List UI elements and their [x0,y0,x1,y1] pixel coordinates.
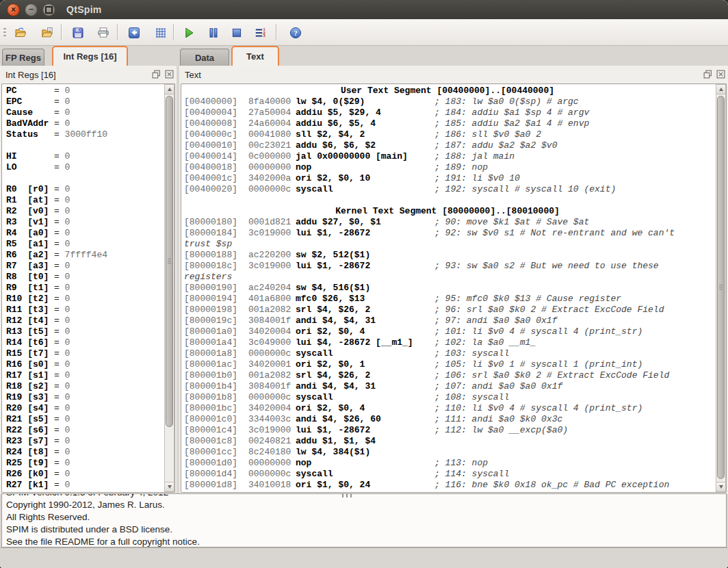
register-row: R20 [s4]= 0 [2,403,174,414]
pause-icon [207,26,220,40]
register-row: R4 [a0]= 0 [2,228,174,239]
segment-header: User Text Segment [00400000]..[00440000] [181,86,726,96]
text-scrollbar[interactable] [716,84,726,492]
close-window-button[interactable]: × [7,3,20,16]
scroll-up-arrow[interactable] [716,85,725,94]
int-regs-panel-title: Int Regs [16] [5,70,56,80]
clear-registers-button[interactable] [125,23,144,42]
scroll-down-arrow[interactable] [165,482,174,491]
register-row: R2 [v0]= 0 [2,206,174,217]
console-line: All Rights Reserved. [6,511,722,524]
stop-button[interactable] [227,23,246,42]
register-row: R27 [k1]= 0 [2,480,174,491]
scroll-up-arrow[interactable] [165,85,174,94]
float-panel-icon[interactable] [152,70,161,79]
register-row: R6 [a2]= 7ffff4e4 [2,250,174,261]
code-row: [800001cc]8c240180lw $4, 384($1) [181,447,726,458]
register-row: R9 [t1]= 0 [2,283,174,294]
register-row: EPC = 0 [2,96,174,107]
numbered-list-icon: 123 [254,26,268,40]
stop-icon [230,26,244,40]
code-row: [00400008]24a60004addiu $6, $5, 4; 185: … [181,118,726,129]
print-button[interactable] [94,23,113,42]
code-row: [80000184]3c019000lui $1, -28672; 92: sw… [181,228,726,239]
code-row: [00400014]0c000000jal 0x00000000 [main];… [181,151,726,162]
code-row: [800001c8]00240821addu $1, $1, $4 [181,436,726,447]
grid-icon [154,26,168,40]
register-row: R5 [a1]= 0 [2,239,174,250]
register-row: R15 [t7]= 0 [2,348,174,359]
help-icon: ? [289,26,302,40]
text-panel-title: Text [185,70,201,80]
console-line: SPIM is distributed under a BSD license. [6,524,722,536]
scrollbar-thumb[interactable] [717,96,725,479]
close-panel-icon[interactable] [165,70,174,79]
code-row: [800001d8]34010018ori $1, $0, 24; 116: b… [181,480,726,491]
code-row: [00400020]0000000csyscall; 192: syscall … [181,184,726,195]
back-arrow-icon [127,26,141,40]
register-row: R11 [t3]= 0 [2,305,174,315]
folder-file-icon [40,26,54,40]
code-row: [80000198]001a2082srl $4, $26, 2; 96: sr… [181,305,726,315]
code-row: [00400010]00c23021addu $6, $6, $2; 187: … [181,140,726,151]
floppy-save-icon [71,26,85,40]
register-row: R21 [s5]= 0 [2,414,174,425]
code-row: [80000194]401a6800mfc0 $26, $13; 95: mfc… [181,294,726,305]
tab-label: Data [195,53,214,63]
tab-label: FP Regs [5,53,41,63]
reinitialize-and-load-button[interactable] [38,23,57,42]
toolbar-separator [117,24,118,40]
message-console: SPIM Version 9.1.5 of February 4, 2012Co… [1,493,727,547]
register-row: R24 [t8]= 0 [2,447,174,458]
register-row: R13 [t5]= 0 [2,326,174,337]
code-blank-line [181,195,726,206]
open-file-button[interactable] [11,23,30,42]
reinitialize-simulator-button[interactable] [151,23,170,42]
printer-icon [96,26,110,40]
single-step-button[interactable]: 123 [251,23,270,42]
register-row: R17 [s1]= 0 [2,370,174,381]
close-panel-icon[interactable] [716,70,725,79]
tab-label: Int Regs [16] [63,51,116,62]
register-row: R19 [s3]= 0 [2,392,174,403]
code-continuation-line: trust $sp [181,239,726,250]
text-panel-titlebar: Text [179,66,728,83]
segment-header: Kernel Text Segment [80000000]..[8001000… [181,206,726,217]
maximize-window-button[interactable] [42,3,55,16]
register-row: R0 [r0]= 0 [2,184,174,195]
code-row: [8000019c]3084001fandi $4, $4, 31; 97: a… [181,315,726,326]
text-panel: Text User Text Segment [00400000]..[0044… [179,66,728,494]
float-panel-icon[interactable] [703,70,712,79]
tab-data[interactable]: Data [180,49,229,66]
register-row: BadVAddr= 0 [2,118,174,129]
console-line: SPIM Version 9.1.5 of February 4, 2012 [6,493,722,499]
code-row: [800001a0]34020004ori $2, $0, 4; 101: li… [181,326,726,337]
register-row: R26 [k0]= 0 [2,469,174,480]
register-row: R7 [a3]= 0 [2,261,174,272]
minimize-icon: – [29,5,34,13]
help-button[interactable]: ? [286,23,305,42]
pause-button[interactable] [204,23,223,42]
code-row: [800001c0]3344003candi $4, $26, 60; 111:… [181,414,726,425]
tab-int-regs[interactable]: Int Regs [16] [52,46,128,66]
minimize-window-button[interactable]: – [25,3,38,16]
run-button[interactable] [179,23,198,42]
splitter-handle[interactable] [338,493,356,498]
scrollbar-thumb[interactable] [166,96,173,427]
status-bar [0,547,728,568]
code-row: [800001b0]001a2082srl $4, $26, 2; 106: s… [181,370,726,381]
code-row: [800001b8]0000000csyscall; 108: syscall [181,392,726,403]
code-row: [80000180]0001d821addu $27, $0, $1; 90: … [181,217,726,228]
window-title: QtSpim [66,4,102,15]
scroll-down-arrow[interactable] [716,482,725,491]
tab-fp-regs[interactable]: FP Regs [2,49,44,66]
play-icon [182,26,196,40]
tab-text[interactable]: Text [231,46,279,66]
registers-scrollbar[interactable] [164,84,174,492]
toolbar-handle[interactable] [3,28,6,38]
register-row: R14 [t6]= 0 [2,337,174,348]
code-row: [800001a8]0000000csyscall; 103: syscall [181,348,726,359]
register-row: R25 [t9]= 0 [2,458,174,469]
svg-text:?: ? [294,29,297,36]
save-log-button[interactable] [68,23,88,42]
